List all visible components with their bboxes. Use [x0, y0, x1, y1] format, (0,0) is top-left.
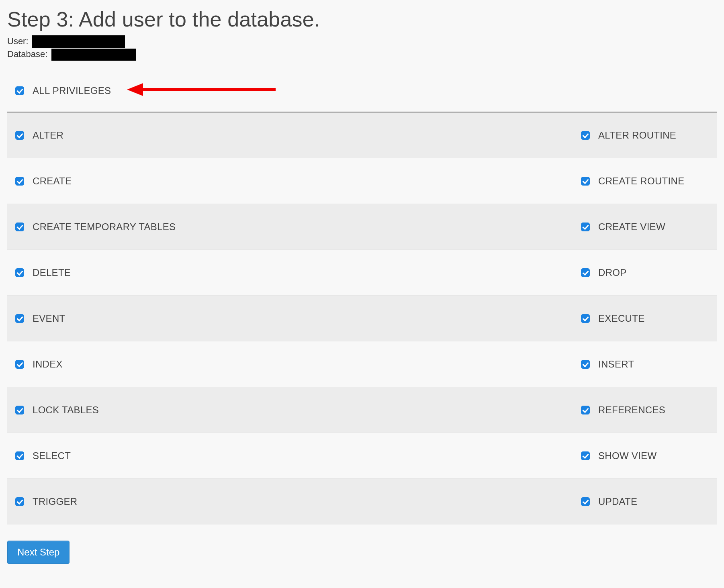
table-row: TRIGGER UPDATE	[7, 479, 717, 525]
arrow-annotation-icon	[127, 82, 276, 100]
privilege-label: ALTER ROUTINE	[598, 130, 676, 141]
privilege-checkbox-delete[interactable]	[15, 268, 24, 277]
table-row: CREATE TEMPORARY TABLES CREATE VIEW	[7, 204, 717, 250]
privilege-checkbox-references[interactable]	[581, 406, 590, 414]
all-privileges-checkbox[interactable]	[15, 86, 24, 95]
user-value-redacted	[32, 35, 125, 48]
privilege-label: INSERT	[598, 359, 634, 370]
meta-block: User: Database:	[7, 35, 717, 61]
privilege-label: UPDATE	[598, 496, 637, 507]
privilege-label: ALTER	[33, 130, 63, 141]
privilege-checkbox-show-view[interactable]	[581, 451, 590, 460]
privilege-checkbox-update[interactable]	[581, 497, 590, 506]
table-row: DELETE DROP	[7, 250, 717, 296]
privilege-checkbox-alter-routine[interactable]	[581, 131, 590, 140]
privilege-checkbox-insert[interactable]	[581, 360, 590, 369]
privilege-label: DROP	[598, 267, 627, 278]
privilege-label: TRIGGER	[33, 496, 77, 507]
privilege-label: SHOW VIEW	[598, 450, 657, 461]
table-row: CREATE CREATE ROUTINE	[7, 158, 717, 204]
privileges-table: ALTER ALTER ROUTINE CREATE CREATE ROUTIN…	[7, 112, 717, 525]
database-label: Database:	[7, 48, 47, 60]
privilege-checkbox-trigger[interactable]	[15, 497, 24, 506]
svg-marker-1	[127, 83, 143, 96]
user-label: User:	[7, 35, 29, 47]
privilege-label: LOCK TABLES	[33, 404, 99, 416]
privilege-checkbox-drop[interactable]	[581, 268, 590, 277]
page-title: Step 3: Add user to the database.	[7, 7, 717, 31]
privilege-checkbox-event[interactable]	[15, 314, 24, 323]
privilege-label: CREATE ROUTINE	[598, 176, 684, 187]
privilege-label: CREATE TEMPORARY TABLES	[33, 221, 176, 233]
table-row: EVENT EXECUTE	[7, 296, 717, 341]
privilege-label: DELETE	[33, 267, 71, 278]
privilege-label: SELECT	[33, 450, 71, 461]
privilege-checkbox-create[interactable]	[15, 177, 24, 186]
privilege-checkbox-create-view[interactable]	[581, 223, 590, 231]
privilege-label: CREATE	[33, 176, 72, 187]
table-row: SELECT SHOW VIEW	[7, 433, 717, 479]
all-privileges-label: ALL PRIVILEGES	[33, 85, 111, 96]
table-row: INDEX INSERT	[7, 341, 717, 387]
privilege-checkbox-create-routine[interactable]	[581, 177, 590, 186]
all-privileges-row: ALL PRIVILEGES	[7, 68, 717, 112]
privilege-checkbox-create-temporary-tables[interactable]	[15, 223, 24, 231]
table-row: LOCK TABLES REFERENCES	[7, 387, 717, 433]
next-step-button[interactable]: Next Step	[7, 541, 70, 564]
privilege-label: EVENT	[33, 313, 65, 324]
privilege-label: EXECUTE	[598, 313, 644, 324]
privilege-label: REFERENCES	[598, 404, 665, 416]
privilege-checkbox-alter[interactable]	[15, 131, 24, 140]
privilege-label: INDEX	[33, 359, 63, 370]
privilege-checkbox-execute[interactable]	[581, 314, 590, 323]
privilege-checkbox-select[interactable]	[15, 451, 24, 460]
privilege-checkbox-lock-tables[interactable]	[15, 406, 24, 414]
table-row: ALTER ALTER ROUTINE	[7, 112, 717, 158]
database-value-redacted	[51, 49, 136, 61]
privilege-label: CREATE VIEW	[598, 221, 665, 233]
privilege-checkbox-index[interactable]	[15, 360, 24, 369]
